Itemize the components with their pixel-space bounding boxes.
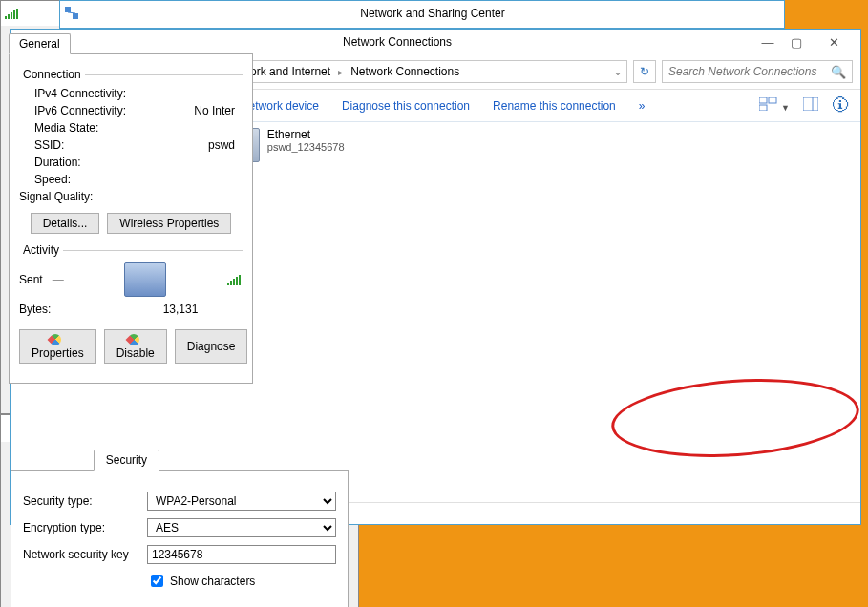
activity-icon bbox=[124, 262, 166, 297]
section-activity: Activity bbox=[19, 243, 63, 257]
label-ssid: SSID: bbox=[34, 138, 141, 152]
svg-rect-7 bbox=[769, 97, 776, 103]
help-icon[interactable]: 🛈 bbox=[832, 95, 849, 115]
label-signal: Signal Quality: bbox=[19, 190, 141, 203]
label-speed: Speed: bbox=[34, 173, 141, 186]
refresh-button[interactable]: ↻ bbox=[633, 60, 656, 83]
window-title: Network and Sharing Center bbox=[85, 7, 780, 20]
disable-button[interactable]: Disable bbox=[104, 329, 167, 364]
overflow-button[interactable]: » bbox=[639, 99, 646, 113]
search-input[interactable] bbox=[667, 64, 829, 79]
details-button[interactable]: Details... bbox=[31, 213, 100, 234]
label-bytes: Bytes: bbox=[19, 303, 126, 316]
maximize-button[interactable]: ▢ bbox=[782, 32, 811, 52]
minimize-button[interactable]: — bbox=[753, 32, 782, 52]
chevron-right-icon: ▸ bbox=[338, 67, 343, 77]
svg-rect-0 bbox=[65, 7, 71, 12]
security-type-select[interactable]: WPA2-Personal bbox=[147, 492, 336, 511]
label-duration: Duration: bbox=[34, 156, 141, 169]
network-sharing-center-window: Network and Sharing Center bbox=[59, 0, 785, 29]
view-options-icon[interactable]: ▼ bbox=[759, 97, 790, 114]
svg-line-2 bbox=[68, 12, 75, 13]
value-ipv6: No Inter bbox=[141, 104, 243, 117]
tab-general[interactable]: General bbox=[9, 33, 71, 54]
preview-pane-icon[interactable] bbox=[803, 97, 818, 114]
diagnose-button[interactable]: Diagnose bbox=[175, 329, 248, 364]
svg-rect-9 bbox=[803, 97, 818, 111]
label-security-type: Security type: bbox=[23, 494, 147, 508]
shield-icon bbox=[125, 332, 141, 348]
signal-icon bbox=[227, 274, 243, 285]
label-sent: Sent bbox=[19, 273, 43, 286]
label-security-key: Network security key bbox=[23, 548, 147, 561]
search-icon: 🔍 bbox=[831, 65, 846, 79]
breadcrumb[interactable]: Network Connections bbox=[347, 65, 463, 78]
svg-rect-6 bbox=[759, 97, 767, 103]
label-media: Media State: bbox=[34, 121, 141, 135]
address-dropdown[interactable]: ⌄ bbox=[613, 65, 623, 78]
diagnose-button[interactable]: Diagnose this connection bbox=[342, 99, 470, 113]
wireless-properties-button[interactable]: Wireless Properties bbox=[107, 213, 231, 234]
encryption-type-select[interactable]: AES bbox=[147, 518, 336, 537]
label-encryption-type: Encryption type: bbox=[23, 521, 147, 534]
properties-button[interactable]: Properties bbox=[19, 329, 96, 364]
tab-security[interactable]: Security bbox=[94, 450, 159, 471]
search-box[interactable]: 🔍 bbox=[662, 60, 853, 83]
signal-icon bbox=[5, 8, 20, 19]
label-ipv6: IPv6 Connectivity: bbox=[34, 104, 141, 117]
app-icon bbox=[64, 6, 79, 21]
connection-name: Ethernet bbox=[267, 128, 345, 141]
label-show-characters: Show characters bbox=[170, 575, 255, 588]
svg-rect-8 bbox=[759, 105, 767, 111]
security-key-input[interactable] bbox=[147, 545, 336, 564]
connection-network: pswd_12345678 bbox=[267, 141, 345, 153]
value-ssid: pswd bbox=[141, 138, 243, 152]
wifi-status-dialog: Wi-Fi 5 Status General Connection IPv4 C… bbox=[0, 0, 262, 414]
label-ipv4: IPv4 Connectivity: bbox=[34, 87, 141, 100]
value-bytes: 13,131 bbox=[126, 303, 243, 316]
close-button[interactable]: ✕ bbox=[811, 32, 857, 52]
rename-button[interactable]: Rename this connection bbox=[493, 99, 616, 113]
section-connection: Connection bbox=[19, 68, 85, 81]
shield-icon bbox=[48, 332, 64, 348]
svg-rect-1 bbox=[73, 13, 78, 19]
show-characters-checkbox[interactable] bbox=[151, 575, 163, 587]
